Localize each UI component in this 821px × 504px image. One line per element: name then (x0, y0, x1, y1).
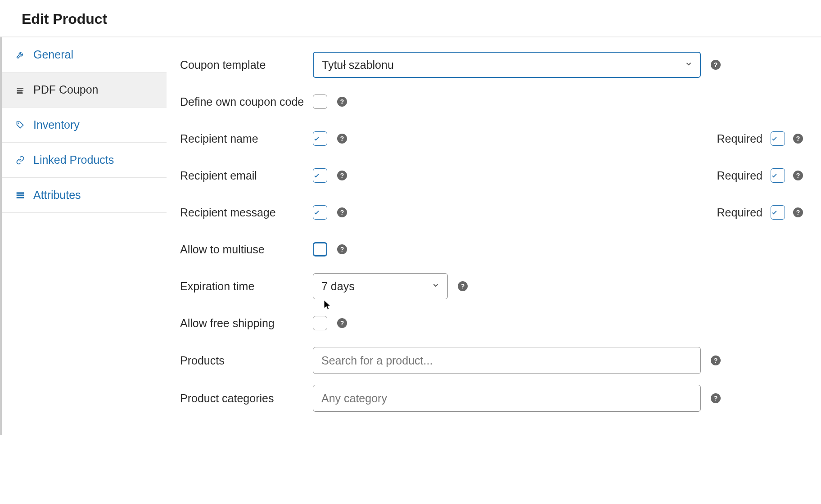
label-expiration-time: Expiration time (180, 280, 313, 293)
row-recipient-name: Recipient name ? Required ? (180, 120, 803, 157)
label-coupon-template: Coupon template (180, 58, 313, 72)
checkbox-recipient-name-required[interactable] (771, 131, 785, 146)
sidebar-item-attributes[interactable]: Attributes (2, 178, 167, 213)
svg-rect-2 (17, 194, 24, 196)
help-icon[interactable]: ? (337, 171, 347, 180)
help-icon[interactable]: ? (793, 171, 803, 180)
row-products: Products ? (180, 342, 803, 379)
checkbox-recipient-message[interactable] (313, 205, 327, 220)
list-icon (15, 190, 25, 200)
help-icon[interactable]: ? (458, 281, 468, 291)
sidebar-item-label: PDF Coupon (33, 83, 99, 96)
label-allow-free-shipping: Allow free shipping (180, 317, 313, 330)
sidebar-item-label: Inventory (33, 118, 80, 131)
sidebar-item-general[interactable]: General (2, 37, 167, 72)
svg-rect-1 (17, 192, 24, 194)
svg-rect-3 (17, 197, 24, 198)
checkbox-recipient-name[interactable] (313, 131, 327, 146)
input-products[interactable] (313, 347, 701, 374)
sidebar-item-pdf-coupon[interactable]: PDF Coupon (2, 72, 167, 108)
label-product-categories: Product categories (180, 392, 313, 405)
help-icon[interactable]: ? (337, 244, 347, 254)
row-product-categories: Product categories ? (180, 379, 803, 417)
wrench-icon (15, 50, 25, 60)
help-icon[interactable]: ? (337, 97, 347, 107)
page-title: Edit Product (0, 0, 821, 36)
row-expiration-time: Expiration time 7 days ? (180, 268, 803, 305)
row-coupon-template: Coupon template Tytuł szablonu ? (180, 46, 803, 83)
select-coupon-template[interactable]: Tytuł szablonu (313, 52, 701, 78)
sidebar-item-label: Attributes (33, 189, 81, 202)
stack-icon (15, 85, 25, 95)
required-label: Required (717, 132, 762, 145)
checkbox-recipient-email[interactable] (313, 168, 327, 183)
required-label: Required (717, 206, 762, 219)
help-icon[interactable]: ? (337, 318, 347, 328)
svg-point-0 (18, 122, 19, 124)
tag-icon (15, 120, 25, 130)
label-recipient-name: Recipient name (180, 132, 313, 145)
help-icon[interactable]: ? (793, 134, 803, 144)
row-recipient-message: Recipient message ? Required ? (180, 194, 803, 231)
main-container: General PDF Coupon Inventory Linked Prod… (0, 37, 821, 435)
input-product-categories[interactable] (313, 385, 701, 412)
sidebar: General PDF Coupon Inventory Linked Prod… (0, 37, 167, 435)
sidebar-item-label: Linked Products (33, 153, 114, 166)
checkbox-allow-free-shipping[interactable] (313, 316, 327, 330)
select-expiration-time[interactable]: 7 days (313, 273, 448, 299)
sidebar-item-label: General (33, 48, 73, 61)
link-icon (15, 155, 25, 165)
help-icon[interactable]: ? (337, 134, 347, 144)
checkbox-recipient-email-required[interactable] (771, 168, 785, 183)
row-allow-multiuse: Allow to multiuse ? (180, 231, 803, 268)
help-icon[interactable]: ? (711, 393, 721, 403)
sidebar-item-inventory[interactable]: Inventory (2, 108, 167, 143)
sidebar-item-linked-products[interactable]: Linked Products (2, 143, 167, 178)
label-products: Products (180, 354, 313, 367)
label-recipient-email: Recipient email (180, 169, 313, 182)
checkbox-recipient-message-required[interactable] (771, 205, 785, 220)
required-label: Required (717, 169, 762, 182)
row-define-own-code: Define own coupon code ? (180, 83, 803, 120)
help-icon[interactable]: ? (793, 207, 803, 217)
label-recipient-message: Recipient message (180, 206, 313, 219)
help-icon[interactable]: ? (711, 60, 721, 70)
row-allow-free-shipping: Allow free shipping ? (180, 305, 803, 342)
label-allow-multiuse: Allow to multiuse (180, 243, 313, 256)
checkbox-define-own-code[interactable] (313, 94, 327, 109)
checkbox-allow-multiuse[interactable] (313, 242, 327, 256)
row-recipient-email: Recipient email ? Required ? (180, 157, 803, 194)
help-icon[interactable]: ? (337, 207, 347, 217)
label-define-own-code: Define own coupon code (180, 95, 313, 108)
help-icon[interactable]: ? (711, 356, 721, 365)
form-content: Coupon template Tytuł szablonu ? Define … (167, 37, 821, 435)
